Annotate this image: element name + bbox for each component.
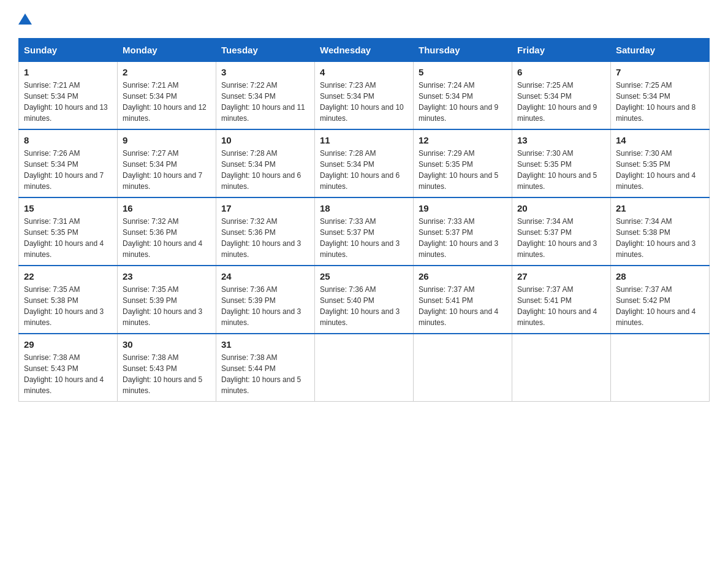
calendar-cell: 2 Sunrise: 7:21 AM Sunset: 5:34 PM Dayli… — [118, 62, 216, 130]
day-number: 27 — [517, 271, 605, 282]
calendar-cell: 8 Sunrise: 7:26 AM Sunset: 5:34 PM Dayli… — [19, 129, 118, 197]
calendar-cell: 5 Sunrise: 7:24 AM Sunset: 5:34 PM Dayli… — [414, 62, 512, 130]
calendar-cell: 9 Sunrise: 7:27 AM Sunset: 5:34 PM Dayli… — [118, 129, 216, 197]
day-number: 9 — [123, 135, 211, 145]
day-number: 23 — [123, 271, 211, 282]
day-info: Sunrise: 7:29 AM Sunset: 5:35 PM Dayligh… — [419, 148, 507, 192]
logo — [18, 12, 32, 26]
day-number: 25 — [320, 271, 408, 282]
day-info: Sunrise: 7:26 AM Sunset: 5:34 PM Dayligh… — [24, 148, 112, 192]
calendar-cell: 6 Sunrise: 7:25 AM Sunset: 5:34 PM Dayli… — [512, 62, 611, 130]
day-number: 26 — [419, 271, 507, 282]
day-number: 5 — [419, 67, 507, 77]
day-number: 24 — [221, 271, 309, 282]
calendar-cell: 11 Sunrise: 7:28 AM Sunset: 5:34 PM Dayl… — [315, 129, 414, 197]
calendar-table: Sunday Monday Tuesday Wednesday Thursday… — [18, 38, 710, 402]
day-number: 10 — [221, 135, 309, 145]
day-number: 16 — [123, 203, 211, 213]
calendar-cell — [611, 334, 710, 402]
day-info: Sunrise: 7:30 AM Sunset: 5:35 PM Dayligh… — [616, 148, 704, 192]
calendar-cell: 23 Sunrise: 7:35 AM Sunset: 5:39 PM Dayl… — [118, 266, 216, 334]
calendar-week-row: 8 Sunrise: 7:26 AM Sunset: 5:34 PM Dayli… — [19, 129, 710, 197]
day-info: Sunrise: 7:25 AM Sunset: 5:34 PM Dayligh… — [517, 80, 605, 124]
day-info: Sunrise: 7:37 AM Sunset: 5:41 PM Dayligh… — [517, 284, 605, 328]
calendar-cell: 7 Sunrise: 7:25 AM Sunset: 5:34 PM Dayli… — [611, 62, 710, 130]
day-number: 7 — [616, 67, 704, 77]
day-info: Sunrise: 7:32 AM Sunset: 5:36 PM Dayligh… — [221, 216, 309, 260]
day-info: Sunrise: 7:28 AM Sunset: 5:34 PM Dayligh… — [221, 148, 309, 192]
day-number: 8 — [24, 135, 112, 145]
calendar-week-row: 1 Sunrise: 7:21 AM Sunset: 5:34 PM Dayli… — [19, 62, 710, 130]
day-info: Sunrise: 7:27 AM Sunset: 5:34 PM Dayligh… — [123, 148, 211, 192]
day-number: 14 — [616, 135, 704, 145]
calendar-cell: 13 Sunrise: 7:30 AM Sunset: 5:35 PM Dayl… — [512, 129, 611, 197]
header-sunday: Sunday — [19, 39, 118, 62]
calendar-cell: 1 Sunrise: 7:21 AM Sunset: 5:34 PM Dayli… — [19, 62, 118, 130]
day-number: 19 — [419, 203, 507, 213]
day-info: Sunrise: 7:28 AM Sunset: 5:34 PM Dayligh… — [320, 148, 408, 192]
calendar-cell: 14 Sunrise: 7:30 AM Sunset: 5:35 PM Dayl… — [611, 129, 710, 197]
calendar-cell: 10 Sunrise: 7:28 AM Sunset: 5:34 PM Dayl… — [216, 129, 315, 197]
day-number: 11 — [320, 135, 408, 145]
day-number: 22 — [24, 271, 112, 282]
svg-marker-0 — [18, 13, 32, 25]
day-info: Sunrise: 7:21 AM Sunset: 5:34 PM Dayligh… — [123, 80, 211, 124]
day-info: Sunrise: 7:35 AM Sunset: 5:38 PM Dayligh… — [24, 284, 112, 328]
page-header — [18, 12, 710, 26]
day-info: Sunrise: 7:38 AM Sunset: 5:43 PM Dayligh… — [123, 352, 211, 396]
day-number: 1 — [24, 67, 112, 77]
day-number: 30 — [123, 339, 211, 350]
logo-triangle-icon — [18, 12, 32, 26]
calendar-week-row: 29 Sunrise: 7:38 AM Sunset: 5:43 PM Dayl… — [19, 334, 710, 402]
calendar-cell: 12 Sunrise: 7:29 AM Sunset: 5:35 PM Dayl… — [414, 129, 512, 197]
header-row: Sunday Monday Tuesday Wednesday Thursday… — [19, 39, 710, 62]
day-info: Sunrise: 7:23 AM Sunset: 5:34 PM Dayligh… — [320, 80, 408, 124]
day-info: Sunrise: 7:34 AM Sunset: 5:37 PM Dayligh… — [517, 216, 605, 260]
day-number: 28 — [616, 271, 704, 282]
day-number: 21 — [616, 203, 704, 213]
day-info: Sunrise: 7:36 AM Sunset: 5:40 PM Dayligh… — [320, 284, 408, 328]
day-info: Sunrise: 7:37 AM Sunset: 5:42 PM Dayligh… — [616, 284, 704, 328]
day-info: Sunrise: 7:35 AM Sunset: 5:39 PM Dayligh… — [123, 284, 211, 328]
day-info: Sunrise: 7:33 AM Sunset: 5:37 PM Dayligh… — [419, 216, 507, 260]
calendar-cell — [315, 334, 414, 402]
day-info: Sunrise: 7:37 AM Sunset: 5:41 PM Dayligh… — [419, 284, 507, 328]
calendar-week-row: 15 Sunrise: 7:31 AM Sunset: 5:35 PM Dayl… — [19, 197, 710, 266]
day-info: Sunrise: 7:24 AM Sunset: 5:34 PM Dayligh… — [419, 80, 507, 124]
calendar-cell: 27 Sunrise: 7:37 AM Sunset: 5:41 PM Dayl… — [512, 266, 611, 334]
calendar-cell: 24 Sunrise: 7:36 AM Sunset: 5:39 PM Dayl… — [216, 266, 315, 334]
day-number: 13 — [517, 135, 605, 145]
header-wednesday: Wednesday — [315, 39, 414, 62]
calendar-cell: 28 Sunrise: 7:37 AM Sunset: 5:42 PM Dayl… — [611, 266, 710, 334]
day-info: Sunrise: 7:31 AM Sunset: 5:35 PM Dayligh… — [24, 216, 112, 260]
calendar-cell — [414, 334, 512, 402]
day-number: 18 — [320, 203, 408, 213]
header-thursday: Thursday — [414, 39, 512, 62]
day-info: Sunrise: 7:34 AM Sunset: 5:38 PM Dayligh… — [616, 216, 704, 260]
calendar-cell: 25 Sunrise: 7:36 AM Sunset: 5:40 PM Dayl… — [315, 266, 414, 334]
header-monday: Monday — [118, 39, 216, 62]
calendar-cell: 16 Sunrise: 7:32 AM Sunset: 5:36 PM Dayl… — [118, 197, 216, 266]
calendar-cell: 30 Sunrise: 7:38 AM Sunset: 5:43 PM Dayl… — [118, 334, 216, 402]
calendar-cell: 3 Sunrise: 7:22 AM Sunset: 5:34 PM Dayli… — [216, 62, 315, 130]
day-info: Sunrise: 7:25 AM Sunset: 5:34 PM Dayligh… — [616, 80, 704, 124]
day-number: 2 — [123, 67, 211, 77]
day-number: 4 — [320, 67, 408, 77]
day-info: Sunrise: 7:32 AM Sunset: 5:36 PM Dayligh… — [123, 216, 211, 260]
calendar-cell: 17 Sunrise: 7:32 AM Sunset: 5:36 PM Dayl… — [216, 197, 315, 266]
day-info: Sunrise: 7:38 AM Sunset: 5:43 PM Dayligh… — [24, 352, 112, 396]
header-friday: Friday — [512, 39, 611, 62]
day-number: 15 — [24, 203, 112, 213]
calendar-cell: 22 Sunrise: 7:35 AM Sunset: 5:38 PM Dayl… — [19, 266, 118, 334]
day-info: Sunrise: 7:21 AM Sunset: 5:34 PM Dayligh… — [24, 80, 112, 124]
calendar-week-row: 22 Sunrise: 7:35 AM Sunset: 5:38 PM Dayl… — [19, 266, 710, 334]
day-info: Sunrise: 7:33 AM Sunset: 5:37 PM Dayligh… — [320, 216, 408, 260]
calendar-cell: 19 Sunrise: 7:33 AM Sunset: 5:37 PM Dayl… — [414, 197, 512, 266]
day-number: 31 — [221, 339, 309, 350]
header-saturday: Saturday — [611, 39, 710, 62]
calendar-cell: 26 Sunrise: 7:37 AM Sunset: 5:41 PM Dayl… — [414, 266, 512, 334]
day-number: 29 — [24, 339, 112, 350]
day-number: 6 — [517, 67, 605, 77]
calendar-cell: 29 Sunrise: 7:38 AM Sunset: 5:43 PM Dayl… — [19, 334, 118, 402]
header-tuesday: Tuesday — [216, 39, 315, 62]
